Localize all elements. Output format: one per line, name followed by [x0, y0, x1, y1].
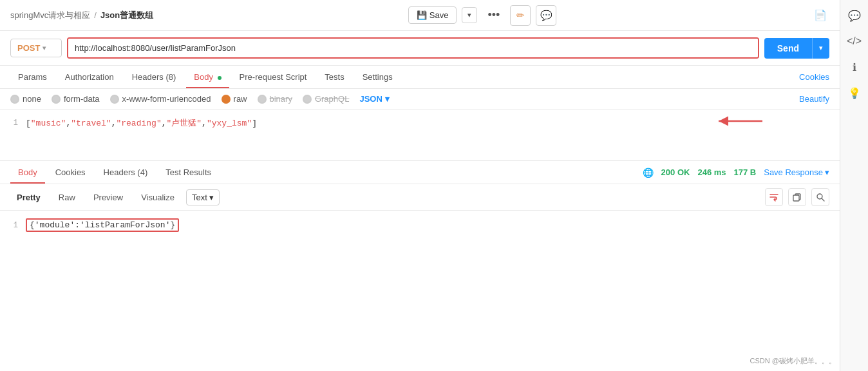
save-button[interactable]: 💾 Save — [408, 6, 457, 24]
body-type-urlencoded[interactable]: x-www-form-urlencoded — [110, 94, 211, 104]
resp-tab-cookies[interactable]: Cookies — [48, 161, 93, 184]
method-dropdown-arrow: ▾ — [42, 44, 46, 52]
radio-urlencoded — [110, 95, 119, 104]
sidebar-lightbulb-icon[interactable]: 💡 — [844, 82, 865, 103]
radio-raw — [222, 95, 231, 104]
sidebar-code-icon[interactable]: </> — [844, 31, 865, 52]
resp-code-content-1: {'module':'listParamForJson'} — [26, 218, 179, 232]
response-body: 1 {'module':'listParamForJson'} — [0, 211, 840, 371]
response-size: 177 B — [734, 167, 757, 177]
code-editor[interactable]: 1 ["music","travel","reading","卢世猛","yxy… — [0, 109, 840, 161]
body-type-graphql[interactable]: GraphQL — [303, 94, 349, 104]
text-dropdown-arrow: ▾ — [209, 193, 214, 202]
resp-tab-test-results[interactable]: Test Results — [158, 161, 219, 184]
resp-format-preview[interactable]: Preview — [87, 189, 129, 205]
response-actions — [765, 188, 829, 206]
resp-tab-headers[interactable]: Headers (4) — [96, 161, 156, 184]
tab-pre-request[interactable]: Pre-request Script — [232, 66, 315, 88]
body-type-none[interactable]: none — [10, 94, 41, 104]
resp-format-pretty[interactable]: Pretty — [10, 189, 47, 205]
globe-icon: 🌐 — [643, 167, 654, 178]
send-dropdown-button[interactable]: ▾ — [812, 38, 829, 59]
response-section: Body Cookies Headers (4) Test Results 🌐 … — [0, 161, 840, 371]
resp-format-visualize[interactable]: Visualize — [135, 189, 181, 205]
tab-authorization[interactable]: Authorization — [57, 66, 122, 88]
top-actions: 💾 Save ▾ ••• ✏ 💬 — [408, 5, 557, 26]
notes-icon: 📄 — [814, 10, 827, 21]
body-type-raw[interactable]: raw — [222, 94, 247, 104]
breadcrumb-separator: / — [94, 10, 97, 20]
resp-line-number-1: 1 — [0, 221, 26, 230]
resp-tab-body[interactable]: Body — [10, 161, 45, 184]
right-sidebar: 💬 </> ℹ 💡 — [840, 0, 868, 371]
send-group: Send ▾ — [764, 38, 829, 59]
resp-format-raw[interactable]: Raw — [52, 189, 82, 205]
save-response-arrow: ▾ — [825, 167, 829, 177]
breadcrumb: springMvc请求与相应 / Json普通数组 — [10, 10, 153, 21]
watermark: CSDN @碳烤小肥羊。。。 — [750, 356, 836, 366]
body-type-form-data[interactable]: form-data — [52, 94, 100, 104]
text-type-selector[interactable]: Text ▾ — [186, 189, 220, 205]
search-button[interactable] — [811, 188, 829, 206]
tab-headers[interactable]: Headers (8) — [124, 66, 184, 88]
save-disk-icon: 💾 — [417, 10, 427, 20]
body-type-bar: none form-data x-www-form-urlencoded raw… — [0, 89, 840, 109]
top-header: springMvc请求与相应 / Json普通数组 💾 Save ▾ ••• ✏… — [0, 0, 840, 31]
svg-line-3 — [822, 198, 824, 201]
request-tab-nav: Params Authorization Headers (8) Body Pr… — [0, 66, 840, 89]
response-time: 246 ms — [697, 167, 726, 177]
line-number-1: 1 — [0, 119, 26, 128]
response-format-bar: Pretty Raw Preview Visualize Text ▾ — [0, 184, 840, 211]
tab-params[interactable]: Params — [10, 66, 55, 88]
radio-binary — [258, 95, 267, 104]
sidebar-info-icon[interactable]: ℹ — [844, 57, 865, 77]
notes-button[interactable]: 📄 — [811, 6, 829, 24]
tab-body[interactable]: Body — [186, 66, 229, 88]
cookies-link[interactable]: Cookies — [799, 66, 829, 88]
method-label: POST — [17, 43, 40, 53]
resp-line-1: 1 {'module':'listParamForJson'} — [0, 217, 840, 233]
url-bar-section: POST ▾ Send ▾ — [0, 31, 840, 66]
json-dropdown-arrow: ▾ — [385, 94, 390, 104]
save-dropdown-button[interactable]: ▾ — [462, 7, 477, 23]
send-button[interactable]: Send — [764, 38, 812, 59]
more-button[interactable]: ••• — [482, 6, 505, 24]
status-code: 200 OK — [661, 167, 690, 177]
radio-graphql — [303, 95, 312, 104]
breadcrumb-current: Json普通数组 — [100, 10, 153, 21]
sidebar-chat-icon[interactable]: 💬 — [844, 5, 865, 26]
response-status-area: 🌐 200 OK 246 ms 177 B Save Response ▾ — [643, 167, 829, 178]
method-select[interactable]: POST ▾ — [10, 39, 62, 57]
edit-icon: ✏ — [516, 10, 525, 21]
radio-none — [10, 95, 19, 104]
tab-settings[interactable]: Settings — [355, 66, 401, 88]
wrap-button[interactable] — [765, 188, 783, 206]
save-response-button[interactable]: Save Response ▾ — [764, 167, 829, 177]
code-line-1: 1 ["music","travel","reading","卢世猛","yxy… — [0, 116, 840, 130]
comment-button[interactable]: 💬 — [536, 5, 556, 26]
copy-button[interactable] — [788, 188, 806, 206]
response-tabs-bar: Body Cookies Headers (4) Test Results 🌐 … — [0, 161, 840, 184]
comment-icon: 💬 — [540, 10, 552, 21]
json-type-selector[interactable]: JSON ▾ — [359, 94, 389, 104]
body-active-dot — [218, 76, 222, 80]
url-input[interactable] — [68, 39, 758, 57]
code-content-1: ["music","travel","reading","卢世猛","yxy_l… — [26, 117, 257, 129]
breadcrumb-parent: springMvc请求与相应 — [10, 10, 90, 21]
edit-button[interactable]: ✏ — [510, 5, 531, 26]
beautify-button[interactable]: Beautify — [799, 94, 829, 104]
radio-form-data — [52, 95, 61, 104]
body-type-binary[interactable]: binary — [258, 94, 292, 104]
svg-rect-1 — [793, 195, 799, 201]
tab-tests[interactable]: Tests — [317, 66, 352, 88]
url-input-wrapper — [67, 37, 759, 59]
